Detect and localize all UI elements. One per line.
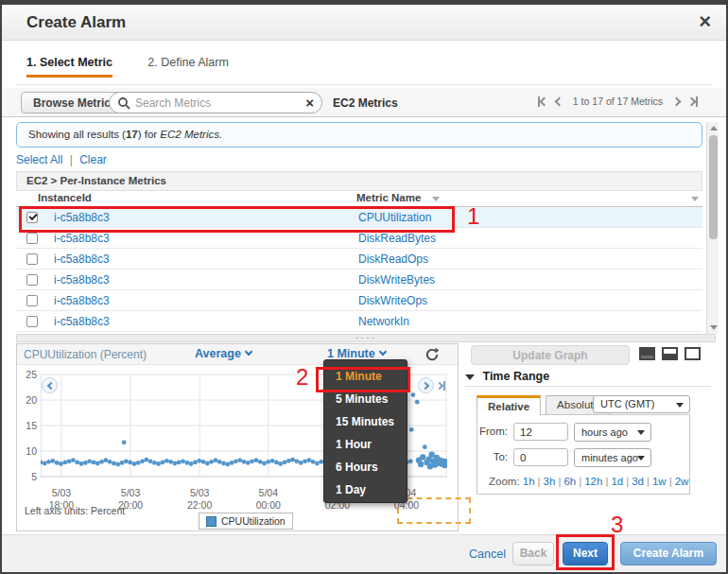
jump-to-latest-icon[interactable]: [437, 381, 445, 391]
row-checkbox[interactable]: [26, 274, 38, 286]
dialog-titlebar: Create Alarm ×: [2, 5, 726, 41]
metric-name-link[interactable]: NetworkIn: [358, 315, 409, 328]
close-icon[interactable]: ×: [699, 9, 711, 35]
tab-define-alarm[interactable]: 2. Define Alarm: [147, 56, 228, 75]
next-page-icon[interactable]: [673, 98, 680, 105]
first-page-icon[interactable]: [538, 96, 547, 107]
metric-name-link[interactable]: DiskReadOps: [358, 252, 428, 266]
period-menu-item[interactable]: 15 Minutes: [324, 410, 407, 433]
chevron-down-icon: [378, 348, 386, 356]
timezone-select[interactable]: UTC (GMT): [593, 395, 690, 413]
metric-name-link[interactable]: CPUUtilization: [358, 211, 431, 224]
metric-name-link[interactable]: DiskWriteBytes: [358, 273, 435, 287]
metric-name-link[interactable]: DiskWriteOps: [358, 294, 427, 307]
period-menu-item[interactable]: 1 Day: [324, 478, 407, 501]
metrics-table: i-c5a8b8c3CPUUtilizationi-c5a8b8c3DiskRe…: [16, 207, 702, 332]
prev-page-icon[interactable]: [556, 98, 563, 105]
statistic-dropdown[interactable]: Average: [195, 347, 251, 360]
time-range-header[interactable]: Time Range: [465, 370, 711, 387]
table-header: InstanceId Metric Name: [16, 191, 702, 207]
instance-id-link[interactable]: i-c5a8b8c3: [54, 315, 110, 328]
zoom-link[interactable]: 1d: [611, 476, 623, 487]
legend-swatch: [206, 516, 217, 527]
x-tick-label: 5/0400:00: [248, 487, 289, 512]
to-unit-select[interactable]: minutes ago: [574, 448, 651, 467]
search-icon: [117, 96, 130, 110]
period-menu-item[interactable]: 1 Hour: [324, 433, 407, 456]
search-box[interactable]: ×: [109, 92, 322, 113]
tab-select-metric[interactable]: 1. Select Metric: [26, 56, 113, 78]
pan-left-icon[interactable]: [42, 377, 58, 393]
clear-link[interactable]: Clear: [79, 153, 107, 166]
panel-splitter[interactable]: ····: [16, 334, 716, 342]
zoom-link[interactable]: 1h: [523, 476, 535, 487]
y-tick-label: 25: [20, 369, 37, 380]
zoom-separator: |: [579, 476, 581, 487]
row-checkbox[interactable]: [26, 212, 38, 223]
zoom-separator: |: [626, 476, 629, 487]
row-checkbox[interactable]: [26, 295, 38, 306]
to-input[interactable]: [513, 448, 568, 466]
table-row[interactable]: i-c5a8b8c3NetworkIn: [16, 311, 702, 332]
period-menu-item[interactable]: 5 Minutes: [324, 388, 407, 410]
instance-id-link[interactable]: i-c5a8b8c3: [54, 252, 110, 266]
cancel-link[interactable]: Cancel: [469, 548, 506, 561]
instance-id-link[interactable]: i-c5a8b8c3: [54, 273, 110, 287]
table-row[interactable]: i-c5a8b8c3CPUUtilization: [16, 207, 702, 228]
select-caret-icon: [637, 456, 645, 461]
wizard-tabs: 1. Select Metric 2. Define Alarm: [26, 56, 261, 80]
instance-id-link[interactable]: i-c5a8b8c3: [54, 211, 110, 224]
period-menu-item[interactable]: 1 Minute: [324, 365, 407, 388]
select-all-link[interactable]: Select All: [16, 153, 62, 166]
zoom-link[interactable]: 1w: [652, 476, 667, 487]
metrics-group-header: EC2 > Per-Instance Metrics: [16, 171, 702, 191]
table-row[interactable]: i-c5a8b8c3DiskWriteBytes: [16, 270, 702, 290]
time-range-panel: Update Graph Time Range Relative Absolut…: [463, 343, 717, 531]
period-dropdown[interactable]: 1 Minute: [327, 347, 386, 360]
last-page-icon[interactable]: [688, 96, 698, 107]
table-row[interactable]: i-c5a8b8c3DiskReadBytes: [16, 228, 702, 249]
zoom-label: Zoom:: [489, 476, 520, 487]
clear-search-icon[interactable]: ×: [305, 96, 314, 110]
graph-size-small-icon[interactable]: [639, 347, 655, 360]
from-row: From: hours ago: [477, 423, 689, 442]
from-unit-select[interactable]: hours ago: [574, 423, 651, 442]
zoom-link[interactable]: 12h: [584, 476, 602, 487]
tab-relative[interactable]: Relative: [477, 395, 541, 416]
zoom-link[interactable]: 3d: [632, 476, 644, 487]
sort-caret-icon[interactable]: [432, 197, 440, 201]
zoom-link[interactable]: 3h: [544, 476, 556, 487]
row-checkbox[interactable]: [26, 253, 38, 265]
column-header-instanceid[interactable]: InstanceId: [38, 192, 92, 203]
graph-size-medium-icon[interactable]: [662, 347, 678, 360]
zoom-link[interactable]: 2w: [675, 476, 689, 487]
select-caret-icon: [676, 403, 684, 408]
metric-name-link[interactable]: DiskReadBytes: [358, 232, 436, 245]
chevron-down-icon: [245, 348, 252, 356]
period-menu-item[interactable]: 6 Hours: [324, 456, 407, 478]
column-header-metric-name[interactable]: Metric Name: [356, 192, 421, 203]
scroll-down-icon[interactable]: [710, 325, 718, 330]
update-graph-button[interactable]: Update Graph: [471, 345, 630, 365]
refresh-icon[interactable]: [425, 347, 440, 365]
graph-size-large-icon[interactable]: [685, 347, 701, 360]
row-checkbox[interactable]: [26, 316, 38, 327]
create-alarm-button[interactable]: Create Alarm: [620, 542, 717, 565]
back-button[interactable]: Back: [512, 542, 554, 565]
instance-id-link[interactable]: i-c5a8b8c3: [54, 232, 110, 245]
instance-id-link[interactable]: i-c5a8b8c3: [54, 294, 110, 307]
next-button[interactable]: Next: [563, 542, 608, 565]
scrollbar-thumb[interactable]: [709, 135, 718, 239]
metrics-toolbar: Browse Metrics × EC2 Metrics 1 to 17 of …: [2, 88, 726, 117]
scroll-up-icon[interactable]: [710, 126, 718, 130]
table-row[interactable]: i-c5a8b8c3DiskReadOps: [16, 249, 702, 270]
table-scrollbar[interactable]: [706, 122, 719, 334]
pan-right-icon[interactable]: [418, 377, 434, 393]
sort-caret-icon[interactable]: [691, 197, 699, 201]
table-row[interactable]: i-c5a8b8c3DiskWriteOps: [16, 290, 702, 311]
search-input[interactable]: [135, 96, 305, 110]
from-input[interactable]: [513, 423, 568, 441]
zoom-link[interactable]: 6h: [563, 476, 576, 487]
row-checkbox[interactable]: [26, 233, 38, 244]
tabs-divider: [15, 84, 713, 85]
